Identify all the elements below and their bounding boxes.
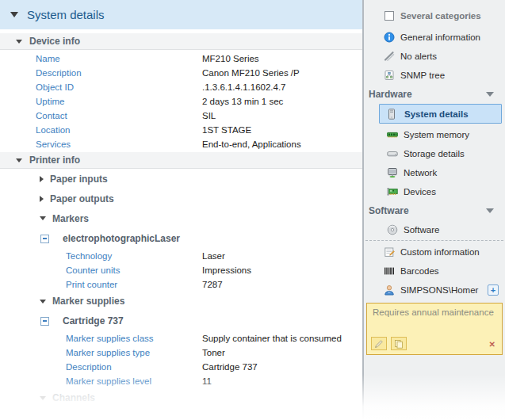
devices-icon <box>386 186 399 197</box>
several-categories-row[interactable]: Several categories <box>364 6 505 25</box>
table-row: Services End-to-end, Applications <box>0 137 362 151</box>
chevron-down-icon[interactable] <box>486 92 494 97</box>
row-value: .1.3.6.1.4.1.1602.4.7 <box>202 82 286 92</box>
row-label: Description <box>36 68 82 78</box>
tree-node-marker-supplies[interactable]: Marker supplies <box>0 292 362 311</box>
storage-icon <box>386 148 399 159</box>
row-value: Cartridge 737 <box>202 362 258 372</box>
barcode-icon <box>383 265 396 277</box>
section-printer-info[interactable]: Printer info <box>0 152 362 169</box>
network-icon <box>386 167 399 178</box>
device-info-rows: Name MF210 Series Description Canon MF21… <box>0 50 362 151</box>
row-value: Laser <box>202 251 225 261</box>
table-row: Description Cartridge 737 <box>0 360 362 374</box>
row-value: MF210 Series <box>202 54 259 63</box>
row-value: SIL <box>202 111 216 120</box>
divider <box>365 240 503 241</box>
table-row: Counter units Impressions <box>0 263 362 277</box>
row-value: 11 <box>202 376 212 386</box>
row-value: Impressions <box>202 265 251 275</box>
row-label: Marker supplies class <box>66 334 154 343</box>
sidebar-item-system-details[interactable]: System details <box>379 104 502 124</box>
sidebar-item-custom-information[interactable]: Custom information <box>364 242 505 262</box>
info-icon <box>383 32 396 43</box>
table-row: Uptime 2 days 13 min 1 sec <box>0 94 362 109</box>
expand-icon[interactable] <box>40 176 44 182</box>
table-row: Object ID .1.3.6.1.4.1.1602.4.7 <box>0 80 362 94</box>
collapse-icon[interactable] <box>16 40 22 44</box>
row-label: Marker supplies type <box>66 348 150 357</box>
collapse-minus-icon[interactable] <box>40 235 49 243</box>
chevron-down-icon[interactable] <box>486 208 494 213</box>
snmp-tree-icon <box>383 70 396 81</box>
sidebar-group-hardware[interactable]: Hardware <box>364 85 505 104</box>
close-note-icon[interactable]: ✕ <box>489 341 495 349</box>
tree-node-paper-outputs[interactable]: Paper outputs <box>0 189 362 208</box>
sidebar-group-software[interactable]: Software <box>364 201 505 220</box>
pencil-icon <box>374 339 384 349</box>
collapse-icon[interactable] <box>40 216 46 220</box>
row-value: End-to-end, Applications <box>202 139 301 149</box>
tree-node-paper-inputs[interactable]: Paper inputs <box>0 169 362 189</box>
memory-icon <box>386 129 399 140</box>
row-label: Name <box>36 54 60 63</box>
row-label: Object ID <box>36 82 74 92</box>
sidebar-item-devices[interactable]: Devices <box>364 182 505 201</box>
copy-icon <box>394 339 404 349</box>
collapse-icon[interactable] <box>16 158 22 162</box>
sidebar-item-user[interactable]: SIMPSONS\Homer + <box>364 281 505 300</box>
sidebar-item-general-information[interactable]: General information <box>364 28 505 47</box>
table-row: Print counter 7287 <box>0 277 362 292</box>
row-value: 1ST STAGE <box>202 125 251 135</box>
collapse-minus-icon[interactable] <box>40 317 49 326</box>
collapse-icon[interactable] <box>40 396 46 400</box>
section-title: Printer info <box>29 155 80 166</box>
sidebar-item-network[interactable]: Network <box>364 163 505 182</box>
add-note-button[interactable]: + <box>488 284 499 296</box>
edit-note-button[interactable] <box>371 337 387 350</box>
row-label: Contact <box>36 111 67 120</box>
section-device-info[interactable]: Device info <box>0 33 362 50</box>
table-row: Location 1ST STAGE <box>0 123 362 137</box>
tree-node-cartridge[interactable]: Cartridge 737 <box>0 311 362 331</box>
tree-node-channels[interactable]: Channels <box>0 388 362 407</box>
expand-icon[interactable] <box>40 196 44 202</box>
copy-note-button[interactable] <box>391 337 407 350</box>
row-label: Uptime <box>36 97 64 106</box>
panel-header[interactable]: System details <box>0 0 362 29</box>
sidebar-item-software[interactable]: Software <box>364 220 505 239</box>
row-value: Toner <box>202 348 225 357</box>
custom-info-icon <box>383 246 396 258</box>
categories-checkbox[interactable] <box>384 11 394 21</box>
section-title: Device info <box>29 36 80 47</box>
table-row: Marker supplies level 11 <box>0 374 362 388</box>
collapse-icon[interactable] <box>40 300 46 304</box>
sidebar-item-snmp-tree[interactable]: SNMP tree <box>364 66 505 85</box>
page-title: System details <box>27 8 105 21</box>
table-row: Technology Laser <box>0 249 362 263</box>
table-row: Marker supplies class Supply container t… <box>0 331 362 346</box>
row-label: Location <box>36 125 70 135</box>
user-icon <box>383 284 396 296</box>
system-details-icon <box>385 109 398 120</box>
no-alerts-icon <box>383 51 396 62</box>
collapse-icon[interactable] <box>10 12 18 17</box>
tree-node-marker-item[interactable]: electrophotographicLaser <box>0 228 362 249</box>
table-row: Marker supplies type Toner <box>0 346 362 360</box>
row-label: Print counter <box>66 280 117 289</box>
row-value: Canon MF210 Series /P <box>202 68 300 78</box>
row-value: 7287 <box>202 280 223 289</box>
sidebar-item-no-alerts[interactable]: No alerts <box>364 47 505 66</box>
sidebar-item-storage-details[interactable]: Storage details <box>364 144 505 163</box>
app-window: System details Device info Name MF210 Se… <box>0 0 505 420</box>
row-label: Services <box>36 139 71 149</box>
sidebar-item-system-memory[interactable]: System memory <box>364 125 505 144</box>
row-value: Supply container that is consumed <box>202 334 342 343</box>
table-row: Description Canon MF210 Series /P <box>0 66 362 80</box>
category-sidebar: Several categories General information N… <box>364 0 505 420</box>
row-value: 2 days 13 min 1 sec <box>202 97 283 106</box>
tree-node-markers[interactable]: Markers <box>0 208 362 228</box>
software-icon <box>386 224 399 235</box>
sidebar-item-barcodes[interactable]: Barcodes <box>364 262 505 281</box>
note-text: Requires annual maintenance <box>367 304 502 321</box>
